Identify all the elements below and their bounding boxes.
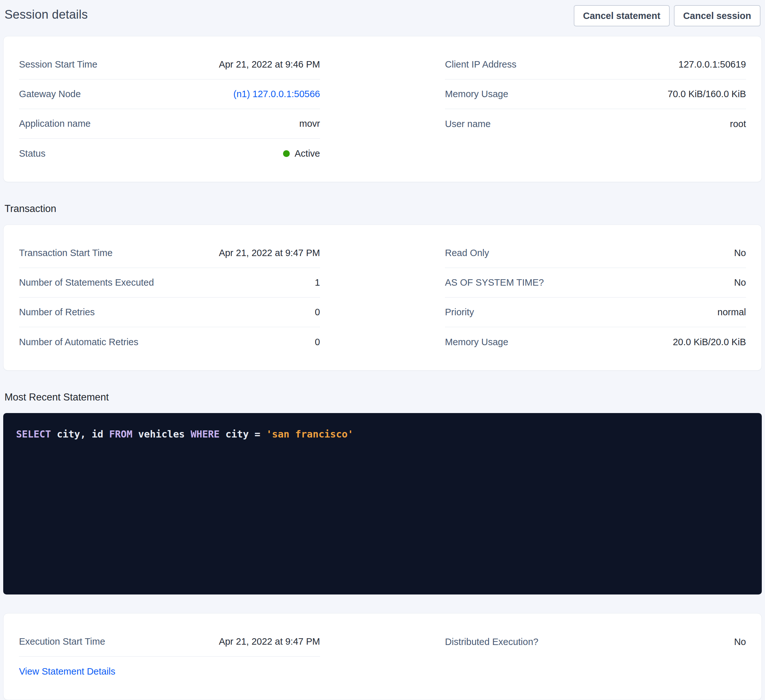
memory-usage-label: Memory Usage: [445, 89, 508, 99]
sql-statement-box: SELECT city, id FROM vehicles WHERE city…: [3, 413, 762, 595]
row-session-start-time: Session Start TimeApr 21, 2022 at 9:46 P…: [19, 50, 320, 80]
session-card-left-column: Session Start TimeApr 21, 2022 at 9:46 P…: [19, 50, 320, 168]
page-title: Session details: [5, 5, 88, 22]
row-read-only: Read OnlyNo: [445, 239, 746, 268]
client-ip-address-label: Client IP Address: [445, 59, 516, 70]
sql-token-keyword: FROM: [109, 428, 132, 440]
gateway-node-label: Gateway Node: [19, 89, 81, 99]
sql-token-keyword: WHERE: [190, 428, 220, 440]
status-value: Active: [283, 148, 320, 159]
priority-value: normal: [717, 307, 746, 317]
session-card-right-column: Client IP Address127.0.0.1:50619Memory U…: [445, 50, 746, 168]
active-status-dot-icon: [283, 150, 290, 157]
page-header: Session details Cancel statement Cancel …: [3, 0, 762, 36]
user-name-value: root: [730, 119, 746, 129]
row-view-statement-details: View Statement Details: [19, 656, 320, 686]
application-name-value: movr: [299, 118, 320, 129]
as-of-system-time-value: No: [734, 277, 746, 288]
execution-card-left-column: Execution Start TimeApr 21, 2022 at 9:47…: [19, 627, 320, 686]
row-client-ip-address: Client IP Address127.0.0.1:50619: [445, 50, 746, 80]
header-actions: Cancel statement Cancel session: [574, 5, 760, 27]
execution-start-time-label: Execution Start Time: [19, 636, 105, 647]
sql-token-plain: vehicles: [132, 428, 190, 440]
row-distributed-execution: Distributed Execution?No: [445, 627, 746, 656]
number-of-retries-label: Number of Retries: [19, 307, 94, 317]
row-as-of-system-time: AS OF SYSTEM TIME?No: [445, 268, 746, 298]
sql-token-string: 'san francisco': [266, 428, 354, 440]
transaction-section-heading: Transaction: [5, 202, 762, 215]
session-start-time-value: Apr 21, 2022 at 9:46 PM: [219, 59, 320, 70]
as-of-system-time-label: AS OF SYSTEM TIME?: [445, 277, 544, 288]
execution-start-time-value: Apr 21, 2022 at 9:47 PM: [219, 636, 320, 647]
number-of-statements-executed-label: Number of Statements Executed: [19, 277, 154, 288]
user-name-label: User name: [445, 119, 491, 129]
row-priority: Prioritynormal: [445, 298, 746, 327]
memory-usage-value: 70.0 KiB/160.0 KiB: [668, 89, 746, 99]
number-of-statements-executed-value: 1: [315, 277, 320, 288]
row-status: StatusActive: [19, 139, 320, 168]
row-execution-start-time: Execution Start TimeApr 21, 2022 at 9:47…: [19, 627, 320, 656]
number-of-retries-value: 0: [315, 307, 320, 317]
execution-card-right-column: Distributed Execution?No: [445, 627, 746, 686]
session-details-page: Session details Cancel statement Cancel …: [0, 0, 765, 700]
view-statement-details-link[interactable]: View Statement Details: [19, 666, 115, 677]
gateway-node-link[interactable]: (n1) 127.0.0.1:50566: [233, 89, 320, 99]
client-ip-address-value: 127.0.0.1:50619: [678, 59, 746, 70]
number-of-automatic-retries-value: 0: [315, 337, 320, 347]
row-application-name: Application namemovr: [19, 109, 320, 139]
application-name-label: Application name: [19, 118, 90, 129]
sql-token-plain: city =: [220, 428, 266, 440]
gateway-node-value: (n1) 127.0.0.1:50566: [233, 89, 320, 99]
memory-usage-label: Memory Usage: [445, 337, 508, 347]
distributed-execution-value: No: [734, 637, 746, 647]
transaction-card-right-column: Read OnlyNoAS OF SYSTEM TIME?NoPriorityn…: [445, 239, 746, 357]
session-summary-card: Session Start TimeApr 21, 2022 at 9:46 P…: [3, 36, 762, 182]
transaction-card-left-column: Transaction Start TimeApr 21, 2022 at 9:…: [19, 239, 320, 357]
sql-token-plain: city, id: [51, 428, 109, 440]
row-memory-usage: Memory Usage20.0 KiB/20.0 KiB: [445, 327, 746, 357]
most-recent-statement-heading: Most Recent Statement: [5, 391, 762, 403]
row-gateway-node: Gateway Node(n1) 127.0.0.1:50566: [19, 80, 320, 109]
distributed-execution-label: Distributed Execution?: [445, 637, 538, 647]
memory-usage-value: 20.0 KiB/20.0 KiB: [673, 337, 746, 347]
status-label: Status: [19, 148, 46, 159]
cancel-session-button[interactable]: Cancel session: [674, 5, 760, 27]
priority-label: Priority: [445, 307, 474, 317]
row-user-name: User nameroot: [445, 109, 746, 139]
session-start-time-label: Session Start Time: [19, 59, 97, 70]
cancel-statement-button[interactable]: Cancel statement: [574, 5, 670, 27]
execution-card: Execution Start TimeApr 21, 2022 at 9:47…: [3, 613, 762, 700]
sql-token-keyword: SELECT: [16, 428, 51, 440]
row-number-of-automatic-retries: Number of Automatic Retries0: [19, 327, 320, 357]
row-number-of-retries: Number of Retries0: [19, 298, 320, 327]
row-number-of-statements-executed: Number of Statements Executed1: [19, 268, 320, 298]
row-transaction-start-time: Transaction Start TimeApr 21, 2022 at 9:…: [19, 239, 320, 268]
read-only-label: Read Only: [445, 248, 489, 258]
transaction-start-time-value: Apr 21, 2022 at 9:47 PM: [219, 248, 320, 258]
number-of-automatic-retries-label: Number of Automatic Retries: [19, 337, 139, 347]
transaction-start-time-label: Transaction Start Time: [19, 248, 113, 258]
row-memory-usage: Memory Usage70.0 KiB/160.0 KiB: [445, 80, 746, 109]
transaction-card: Transaction Start TimeApr 21, 2022 at 9:…: [3, 224, 762, 370]
read-only-value: No: [734, 248, 746, 258]
